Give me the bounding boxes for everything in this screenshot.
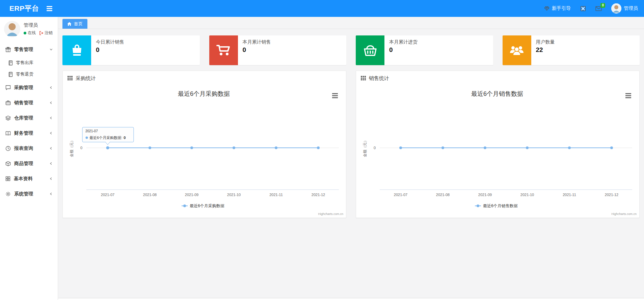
sidebar-toggle-icon[interactable] xyxy=(47,6,52,11)
sidebar-item-basic-data[interactable]: 基本资料 xyxy=(0,171,58,186)
chevron-left-icon xyxy=(49,85,53,90)
sidebar-item-retail[interactable]: 零售管理 xyxy=(0,42,58,57)
chart-credit[interactable]: Highcharts.com.cn xyxy=(318,212,343,216)
messages-button[interactable]: 0 xyxy=(595,6,602,11)
sidebar-item-purchase[interactable]: 采购管理 xyxy=(0,80,58,95)
stat-card-today-sales: 今日累计销售 0 xyxy=(62,35,200,65)
chart-context-menu-button[interactable] xyxy=(331,92,338,99)
tab-home[interactable]: 首页 xyxy=(62,19,87,29)
sidebar-item-sales[interactable]: 销售管理 xyxy=(0,95,58,110)
dashboard-content: 今日累计销售 0 本月累计销售 0 xyxy=(58,29,644,298)
chevron-left-icon xyxy=(49,191,53,197)
footer-strip xyxy=(58,298,644,300)
sidebar-item-retail-return[interactable]: 零售退货 xyxy=(0,69,58,80)
stat-value: 0 xyxy=(96,46,124,54)
chevron-left-icon xyxy=(49,100,53,106)
y-axis-title: 金额（元） xyxy=(363,139,367,157)
svg-text:2021-11: 2021-11 xyxy=(563,193,576,197)
y-axis-title: 金额（元） xyxy=(70,139,74,157)
stat-label: 用户数量 xyxy=(536,39,555,45)
svg-text:2021-11: 2021-11 xyxy=(269,193,283,197)
grid-icon xyxy=(5,176,10,181)
x-axis-labels: 2021-07 2021-08 2021-09 2021-10 2021-11 … xyxy=(101,193,325,197)
ledger-icon xyxy=(8,72,13,77)
svg-text:2021-08: 2021-08 xyxy=(143,193,157,197)
th-grid-icon xyxy=(361,76,366,81)
ledger-icon xyxy=(8,60,13,65)
stat-card-month-purchase: 本月累计进货 0 xyxy=(356,35,493,65)
svg-text:2021-09: 2021-09 xyxy=(478,193,492,197)
svg-text:2021-08: 2021-08 xyxy=(436,193,450,197)
y-axis-tick: 0 xyxy=(374,146,376,150)
sidebar-user-name: 管理员 xyxy=(24,22,53,28)
chevron-down-icon xyxy=(49,47,53,52)
stat-value: 22 xyxy=(536,46,555,54)
top-navbar: ERP平台 新手引导 xyxy=(0,0,644,17)
fullscreen-icon xyxy=(580,6,586,11)
stat-label: 本月累计进货 xyxy=(389,39,418,45)
x-axis-labels: 2021-07 2021-08 2021-09 2021-10 2021-11 … xyxy=(394,193,618,197)
chevron-left-icon xyxy=(49,176,53,182)
chart-credit[interactable]: Highcharts.com.cn xyxy=(611,212,637,216)
svg-text:2021-07: 2021-07 xyxy=(85,129,98,133)
sidebar: 管理员 在线 注销 零售管理 xyxy=(0,17,58,300)
chart-legend[interactable]: 最近6个月采购数据 xyxy=(182,203,224,208)
stat-value: 0 xyxy=(243,46,271,54)
sidebar-item-retail-outbound[interactable]: 零售出库 xyxy=(0,57,58,69)
svg-text:2021-12: 2021-12 xyxy=(312,193,325,197)
th-grid-icon xyxy=(68,76,73,81)
cart-icon xyxy=(209,35,238,65)
chart-context-menu-button[interactable] xyxy=(625,92,632,99)
svg-text:2021-07: 2021-07 xyxy=(394,193,407,197)
sales-stats-panel: 销售统计 最近6个月销售数据 金额（元） 0 xyxy=(356,71,640,218)
panel-title: 采购统计 xyxy=(76,75,96,82)
tab-bar: 首页 xyxy=(58,17,644,29)
logout-icon xyxy=(39,31,44,35)
gear-icon xyxy=(5,191,11,197)
chart-tooltip: 2021-07 最近6个月采购数据:0 xyxy=(82,127,134,145)
svg-text:2021-09: 2021-09 xyxy=(185,193,198,197)
svg-text:2021-10: 2021-10 xyxy=(227,193,241,197)
svg-text:最近6个月销售数据: 最近6个月销售数据 xyxy=(483,203,518,208)
svg-text:2021-10: 2021-10 xyxy=(520,193,534,197)
chevron-left-icon xyxy=(49,115,53,121)
svg-text:最近6个月采购数据:0: 最近6个月采购数据:0 xyxy=(89,136,126,140)
logout-button[interactable]: 注销 xyxy=(39,30,53,36)
basket-icon xyxy=(356,35,384,65)
briefcase-icon xyxy=(5,100,11,105)
sidebar-user-panel: 管理员 在线 注销 xyxy=(0,17,58,42)
sidebar-item-warehouse[interactable]: 仓库管理 xyxy=(0,110,58,126)
svg-text:2021-07: 2021-07 xyxy=(101,193,114,197)
mail-count-badge: 0 xyxy=(600,3,605,8)
package-icon xyxy=(5,161,11,166)
purchase-stats-panel: 采购统计 最近6个月采购数据 金额（元） 0 xyxy=(62,71,346,218)
user-menu[interactable]: 管理员 xyxy=(611,3,638,13)
chart-legend[interactable]: 最近6个月销售数据 xyxy=(475,203,518,208)
guide-button[interactable]: 新手引导 xyxy=(544,5,571,11)
open-book-icon xyxy=(5,131,11,136)
chevron-left-icon xyxy=(49,131,53,136)
home-icon xyxy=(67,22,72,26)
app-brand: ERP平台 xyxy=(9,4,39,13)
fullscreen-button[interactable] xyxy=(580,6,586,11)
chart-title: 最近6个月销售数据 xyxy=(471,90,523,97)
chevron-left-icon xyxy=(49,146,53,151)
chart-title: 最近6个月采购数据 xyxy=(178,90,230,97)
clock-icon xyxy=(5,146,11,151)
sidebar-item-reports[interactable]: 报表查询 xyxy=(0,141,58,156)
online-status-dot xyxy=(24,32,26,34)
sidebar-item-finance[interactable]: 财务管理 xyxy=(0,126,58,141)
stat-label: 今日累计销售 xyxy=(96,39,124,45)
chat-icon xyxy=(5,85,11,90)
gem-icon xyxy=(544,6,549,11)
sidebar-item-system[interactable]: 系统管理 xyxy=(0,186,58,201)
gift-icon xyxy=(5,47,11,52)
avatar xyxy=(611,3,621,13)
users-icon xyxy=(503,35,531,65)
sidebar-item-products[interactable]: 商品管理 xyxy=(0,156,58,171)
y-axis-tick: 0 xyxy=(80,146,82,150)
stat-card-month-sales: 本月累计销售 0 xyxy=(209,35,347,65)
navbar-user-name: 管理员 xyxy=(624,5,638,11)
sales-line-chart: 最近6个月销售数据 金额（元） 0 xyxy=(356,85,639,217)
panel-title: 销售统计 xyxy=(369,75,389,82)
